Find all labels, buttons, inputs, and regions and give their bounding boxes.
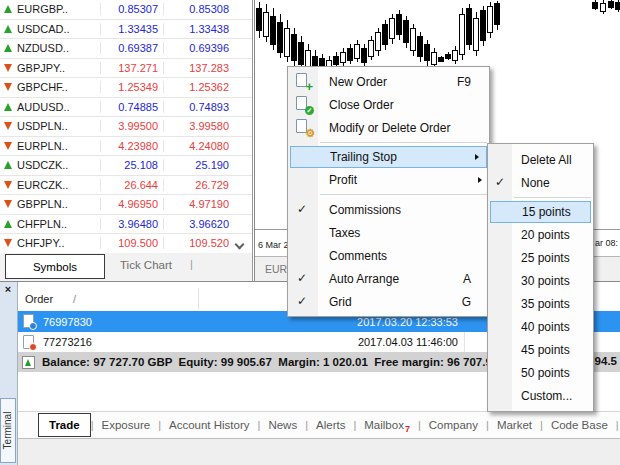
market-watch-row[interactable]: AUDUSD..0.748850.74893 (0, 98, 252, 118)
arrow-down-icon (4, 122, 12, 130)
symbol-label: AUDUSD.. (17, 101, 70, 113)
market-watch-row[interactable]: NZDUSD..0.693870.69396 (0, 39, 252, 59)
market-watch-row[interactable]: CHFJPY..109.500109.520 (0, 234, 252, 253)
market-watch-row[interactable]: EURCZK..26.64426.729 (0, 176, 252, 196)
sell-order-icon (23, 335, 37, 350)
arrow-up-icon (4, 161, 12, 169)
menu-item-20-points[interactable]: 20 points (488, 223, 593, 246)
checkmark-icon: ✓ (297, 294, 307, 308)
tab-mailbox[interactable]: Mailbox7 (356, 417, 418, 434)
menu-item-50-points[interactable]: 50 points (488, 361, 593, 384)
close-icon[interactable]: × (2, 283, 14, 295)
menu-shortcut: G (462, 295, 471, 309)
terminal-tab-bar: Trade|Exposure|Account History|News|Aler… (18, 411, 620, 438)
menu-item-profit[interactable]: Profit (288, 168, 489, 191)
balance-arrow-icon (22, 356, 35, 369)
menu-item-none[interactable]: ✓None (488, 171, 593, 194)
menu-item-label: 50 points (521, 366, 570, 380)
tab-tick-chart[interactable]: Tick Chart (120, 259, 172, 271)
tab-exposure[interactable]: Exposure (94, 419, 159, 431)
bid-price: 25.108 (100, 159, 163, 171)
symbol-label: GBPPLN.. (17, 198, 68, 210)
market-watch-row[interactable]: CHFPLN..3.964803.96620 (0, 215, 252, 235)
menu-item-35-points[interactable]: 35 points (488, 292, 593, 315)
market-watch-row[interactable]: GBPCHF..1.253491.25362 (0, 78, 252, 98)
order-time: 2017.03.20 12:33:53 (357, 316, 458, 328)
tab-alerts[interactable]: Alerts (308, 419, 353, 431)
symbol-cell: CHFPLN.. (0, 218, 100, 230)
tab-company[interactable]: Company (421, 419, 486, 431)
tab-label: Trade (49, 419, 80, 431)
market-watch-row[interactable]: GBPPLN..4.969504.97190 (0, 195, 252, 215)
tab-news[interactable]: News (260, 419, 305, 431)
symbol-cell: EURPLN.. (0, 140, 100, 152)
menu-item-comments[interactable]: Comments (288, 244, 489, 267)
tab-separator: | (616, 419, 619, 431)
menu-item-30-points[interactable]: 30 points (488, 269, 593, 292)
market-watch-row[interactable]: EURPLN..4.239804.24080 (0, 137, 252, 157)
bid-price: 1.25349 (100, 81, 163, 93)
menu-item-taxes[interactable]: Taxes (288, 221, 489, 244)
menu-item-grid[interactable]: ✓GridG (288, 290, 489, 313)
tab-label: Code Base (551, 419, 608, 431)
ask-price: 137.283 (163, 62, 235, 74)
menu-item-label: 15 points (522, 205, 571, 219)
tab-account-history[interactable]: Account History (161, 419, 258, 431)
menu-item-close-order[interactable]: ✓Close Order (288, 93, 489, 116)
menu-item-label: 45 points (521, 343, 570, 357)
tab-code-base[interactable]: Code Base (543, 419, 616, 431)
tab-label: Market (497, 419, 532, 431)
symbol-label: USDPLN.. (17, 120, 68, 132)
menu-item-delete-all[interactable]: Delete All (488, 148, 593, 171)
menu-separator (488, 194, 593, 201)
terminal-vertical-tab[interactable]: Terminal (0, 398, 16, 463)
tab-trade[interactable]: Trade (38, 413, 91, 437)
menu-item-label: Auto Arrange (329, 272, 399, 286)
symbol-label: USDCAD.. (17, 23, 70, 35)
symbol-cell: AUDUSD.. (0, 101, 100, 113)
menu-item-label: Profit (329, 173, 357, 187)
menu-item-custom[interactable]: Custom... (488, 384, 593, 407)
symbol-label: EURGBP.. (17, 3, 68, 15)
menu-item-45-points[interactable]: 45 points (488, 338, 593, 361)
menu-item-trailing-stop[interactable]: Trailing Stop (290, 146, 487, 168)
market-watch-row[interactable]: USDCZK..25.10825.190 (0, 156, 252, 176)
symbol-cell: USDPLN.. (0, 120, 100, 132)
bid-price: 4.96950 (100, 198, 163, 210)
menu-item-modify-or-delete-order[interactable]: ⚙Modify or Delete Order (288, 116, 489, 139)
arrow-up-icon (4, 5, 12, 13)
chart-window-tab[interactable]: EUR (265, 263, 287, 275)
status-bar (18, 438, 620, 465)
symbol-label: NZDUSD.. (17, 42, 69, 54)
arrow-down-icon (4, 83, 12, 91)
menu-item-label: 40 points (521, 320, 570, 334)
symbol-cell: USDCAD.. (0, 23, 100, 35)
market-watch-row[interactable]: USDPLN..3.995003.99580 (0, 117, 252, 137)
checkmark-icon: ✓ (297, 271, 307, 285)
menu-item-40-points[interactable]: 40 points (488, 315, 593, 338)
tab-label: Exposure (102, 419, 151, 431)
tab-label: Mailbox (364, 419, 404, 431)
order-column-header[interactable]: Order (25, 293, 53, 305)
menu-item-25-points[interactable]: 25 points (488, 246, 593, 269)
symbol-label: EURCZK.. (17, 179, 68, 191)
market-watch-row[interactable]: USDCAD..1.334351.33438 (0, 20, 252, 40)
market-watch-row[interactable]: GBPJPY..137.271137.283 (0, 59, 252, 79)
menu-item-label: None (521, 176, 550, 190)
tab-market[interactable]: Market (489, 419, 540, 431)
symbol-cell: GBPJPY.. (0, 62, 100, 74)
bid-price: 0.74885 (100, 101, 163, 113)
menu-item-commissions[interactable]: ✓Commissions (288, 198, 489, 221)
tab-symbols[interactable]: Symbols (5, 254, 105, 279)
ask-price: 1.33438 (163, 23, 235, 35)
menu-separator (288, 139, 489, 146)
menu-item-auto-arrange[interactable]: ✓Auto ArrangeA (288, 267, 489, 290)
ask-price: 0.85308 (163, 3, 235, 15)
ask-price: 4.97190 (163, 198, 235, 210)
menu-item-new-order[interactable]: +New OrderF9 (288, 70, 489, 93)
menu-item-15-points[interactable]: 15 points (490, 201, 591, 223)
market-watch-row[interactable]: EURGBP..0.853070.85308 (0, 0, 252, 20)
ask-price: 0.74893 (163, 101, 235, 113)
ask-price: 1.25362 (163, 81, 235, 93)
menu-item-label: New Order (329, 75, 387, 89)
